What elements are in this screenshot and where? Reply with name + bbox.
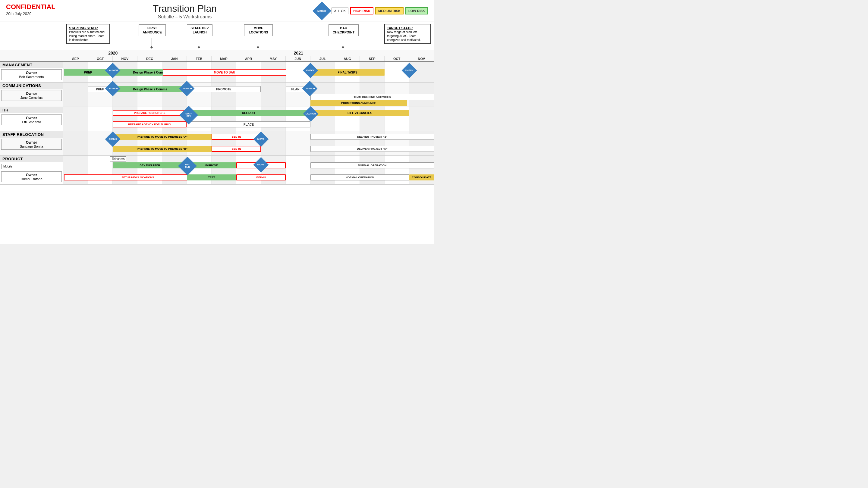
month-sep20: SEP (63, 56, 88, 61)
legend-low: LOW RISK (405, 7, 428, 14)
legend-high: HIGH RISK (350, 7, 373, 14)
gantt-comms: PREP LAUNCH Design Phase 2 Comms LAUNCH … (63, 83, 434, 107)
bar-reloc-delivern: DELIVER PROJECT "N" (310, 146, 434, 152)
workstream-hr: HR Owner Effi Smartato P (0, 107, 434, 131)
year-2020: 2020 (63, 50, 163, 56)
bar-reloc-deliver2: DELIVER PROJECT "2" (310, 134, 434, 140)
milestone-arrow-3 (257, 46, 259, 48)
target-state-text: New range of products targeting APAC. Te… (387, 30, 428, 42)
bar-mgmt-move-bau: MOVE TO BAU (163, 69, 286, 76)
owner-name-comms: Jane Cornelius (4, 96, 59, 99)
owner-box-management: Owner Bob Sacramento (1, 69, 62, 80)
target-state-box: TARGET STATE: New range of products targ… (384, 24, 431, 44)
workstream-comms: COMMUNICATIONS Owner Jane Cornelius (0, 83, 434, 107)
legend-allok: ALL OK (332, 7, 348, 14)
legend-medium: MEDIUM RISK (375, 7, 404, 14)
starting-state-title: STARTING STATE: (69, 26, 107, 30)
workstream-product: PRODUCT Mobile Owner Rumbi Tratano (0, 156, 434, 185)
workstream-management: MANAGEMENT Owner Bob Sacramento (0, 62, 434, 83)
milestone-staff-dev: STAFF DEV LAUNCH (187, 24, 213, 36)
ws-name-relocation: STAFF RELOCATION (0, 131, 63, 138)
branding: CONFIDENTIAL 20th July 2020 (6, 3, 56, 16)
marker-diamond: Marker (313, 1, 331, 20)
bar-comms-design: Design Phase 2 Comms (113, 86, 187, 92)
month-aug21: AUG (335, 56, 360, 61)
target-state-title: TARGET STATE: (387, 26, 428, 30)
ws-name-hr: HR (0, 107, 63, 113)
ws-label-comms: COMMUNICATIONS Owner Jane Cornelius (0, 83, 63, 107)
bar-hr-prep-agency: PREPARE AGENCY FOR SUPPLY (113, 121, 187, 127)
owner-name-management: Bob Sacramento (4, 75, 59, 78)
owner-label-management: Owner (4, 71, 59, 75)
diamond-comms-launch2: LAUNCH (179, 81, 195, 96)
bar-hr-fill: FILL VACANCIES (310, 110, 409, 116)
diamond-prod-dryrun: DRYRUN (178, 157, 197, 175)
bar-reloc-bedin-b: BED-IN (212, 146, 261, 152)
bar-prod-consolidate: CONSOLIDATE (409, 174, 434, 181)
diamond-hr-launch: LAUNCH (303, 106, 318, 122)
bar-comms-promote: PROMOTE (187, 86, 261, 92)
month-jan21: JAN (162, 56, 187, 61)
month-oct21: OCT (384, 56, 409, 61)
date-label: 20th July 2020 (6, 11, 56, 16)
bar-hr-prep-recruiters: PREPARE RECRUITERS (113, 110, 187, 116)
ws-name-product: PRODUCT (0, 156, 63, 162)
workstream-relocation: STAFF RELOCATION Owner Santiago Bonita (0, 131, 434, 156)
bar-prod-dryrunprep: DRY RUN PREP (113, 162, 187, 168)
month-jun21: JUN (286, 56, 310, 61)
milestone-first-announce: FIRST ANNOUNCE (138, 24, 166, 36)
owner-name-hr: Effi Smartato (4, 120, 59, 124)
confidential-label: CONFIDENTIAL (6, 3, 56, 11)
owner-name-product: Rumbi Tratano (4, 177, 59, 181)
bar-prod-bedin-bot: BED-IN (236, 174, 286, 181)
month-may21: MAY (261, 56, 286, 61)
month-apr21: APR (236, 56, 261, 61)
main-title: Transition Plan (56, 3, 314, 14)
month-mar21: MAR (212, 56, 236, 61)
bar-prod-normal-bot: NORMAL OPERATION (310, 174, 409, 181)
ws-name-management: MANAGEMENT (0, 62, 63, 68)
bar-comms-promo-announce: PROMOTIONS ANNOUNCE (310, 100, 407, 106)
bar-reloc-prep-a: PREPARE TO MOVE TO PREMISES "A" (113, 134, 212, 140)
gantt-product: Telecoms DRY RUN PREP IMPROVE DRYRUN BED… (63, 156, 434, 184)
diamond-mgmt-check1: CHECK (303, 63, 318, 78)
milestone-arrow-2 (198, 46, 200, 48)
month-nov21: NOV (409, 56, 434, 61)
bar-hr-place: PLACE (187, 121, 310, 127)
owner-label-comms: Owner (4, 92, 59, 96)
bar-comms-plan: PLAN (286, 86, 305, 92)
diamond-mgmt-launch: LAUNCH (105, 63, 121, 78)
ws-name-comms: COMMUNICATIONS (0, 83, 63, 89)
month-nov20: NOV (113, 56, 137, 61)
starting-state-text: Products are outdated and losing market … (69, 30, 107, 42)
bar-comms-team: TEAM BUILDING ACTIVITIES (310, 94, 434, 100)
gantt-hr: PREPARE RECRUITERS STAFFDEV RECRUIT LAUN… (63, 107, 434, 131)
title-area: Transition Plan Subtitle – 5 Workstreams (56, 3, 314, 20)
owner-label-hr: Owner (4, 116, 59, 120)
diamond-mgmt-check2: CHECK (402, 63, 417, 78)
milestone-move-loc: MOVE LOCATIONS (244, 24, 273, 36)
ws-label-management: MANAGEMENT Owner Bob Sacramento (0, 62, 63, 82)
month-feb21: FEB (187, 56, 212, 61)
header: CONFIDENTIAL 20th July 2020 Transition P… (0, 0, 434, 22)
ws-label-hr: HR Owner Effi Smartato (0, 107, 63, 131)
gantt-relocation: COMMS PREPARE TO MOVE TO PREMISES "A" BE… (63, 131, 434, 156)
owner-box-hr: Owner Effi Smartato (1, 115, 62, 125)
month-oct20: OCT (88, 56, 113, 61)
owner-box-product: Owner Rumbi Tratano (1, 171, 62, 182)
diamond-comms-launch1: LAUNCH (105, 81, 121, 96)
milestone-line-2 (199, 38, 199, 47)
milestone-line-3 (258, 38, 258, 47)
starting-state-box: STARTING STATE: Products are outdated an… (66, 24, 110, 44)
owner-name-relocation: Santiago Bonita (4, 144, 59, 148)
bar-prod-normal-top: NORMAL OPERATION (310, 162, 434, 168)
ws-label-relocation: STAFF RELOCATION Owner Santiago Bonita (0, 131, 63, 156)
month-sep21: SEP (360, 56, 384, 61)
gantt-management: PREP LAUNCH Design Phase 2 Comms MOVE TO… (63, 62, 434, 82)
callout-telecoms: Telecoms (110, 156, 126, 161)
owner-box-comms: Owner Jane Cornelius (1, 90, 62, 101)
bar-mgmt-prep: PREP (64, 69, 112, 76)
owner-label-relocation: Owner (4, 140, 59, 144)
owner-label-product: Owner (4, 173, 59, 177)
year-2021: 2021 (163, 50, 434, 56)
